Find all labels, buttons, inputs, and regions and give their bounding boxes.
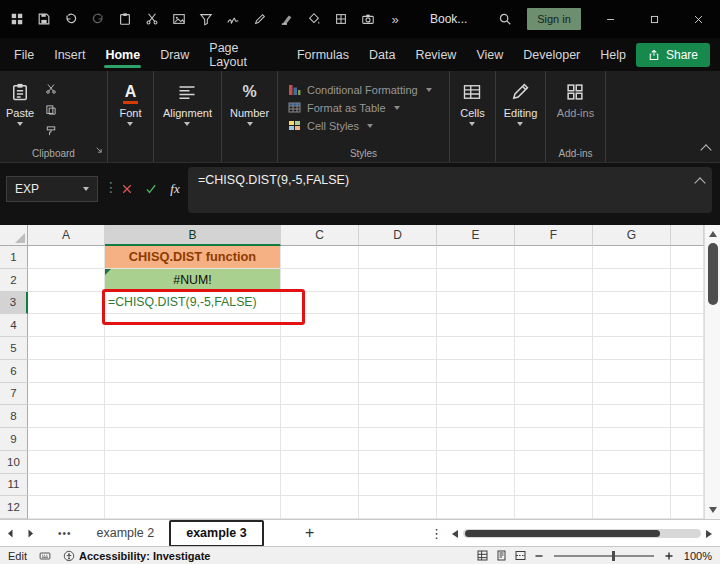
cell-E3[interactable] — [437, 292, 515, 315]
minimize-button[interactable] — [588, 0, 632, 38]
page-layout-view-icon[interactable] — [496, 550, 507, 561]
cell-A12[interactable] — [28, 496, 105, 519]
sheet-nav-left-arrow[interactable] — [0, 529, 20, 538]
enter-icon[interactable] — [141, 179, 161, 199]
draw-pen-icon[interactable] — [251, 10, 269, 28]
cell-A11[interactable] — [28, 474, 105, 497]
cell-B1[interactable]: CHISQ.DIST function — [105, 246, 281, 269]
tab-data[interactable]: Data — [359, 38, 405, 71]
sheet-nav-right-arrow[interactable] — [20, 529, 40, 538]
cell-C3[interactable] — [281, 292, 359, 315]
sheet-tab-example-3[interactable]: example 3 — [169, 520, 263, 547]
cell-A1[interactable] — [28, 246, 105, 269]
column-header-G[interactable]: G — [593, 225, 671, 246]
addins-button[interactable]: Add-ins — [551, 76, 600, 123]
editing-button[interactable]: Editing — [498, 76, 544, 130]
redo-icon[interactable] — [89, 10, 107, 28]
cell-G9[interactable] — [593, 428, 671, 451]
cell-partial-1[interactable] — [671, 246, 704, 269]
scroll-right-arrow[interactable] — [706, 530, 712, 538]
row-header-5[interactable]: 5 — [0, 337, 28, 360]
cell-D9[interactable] — [359, 428, 437, 451]
cell-D7[interactable] — [359, 383, 437, 406]
cell-G12[interactable] — [593, 496, 671, 519]
row-header-7[interactable]: 7 — [0, 383, 28, 406]
formula-bar-handle[interactable]: ⋮ — [104, 179, 118, 195]
cell-F4[interactable] — [515, 314, 593, 337]
cell-E9[interactable] — [437, 428, 515, 451]
search-icon[interactable] — [496, 10, 514, 28]
cell-G5[interactable] — [593, 337, 671, 360]
row-header-6[interactable]: 6 — [0, 360, 28, 383]
insert-function-icon[interactable]: fx — [165, 179, 185, 199]
cell-B10[interactable] — [105, 451, 281, 474]
cell-partial-7[interactable] — [671, 383, 704, 406]
cell-D1[interactable] — [359, 246, 437, 269]
collapse-ribbon-chevron[interactable] — [700, 144, 711, 155]
alignment-button[interactable]: Alignment — [157, 76, 218, 130]
cell-C1[interactable] — [281, 246, 359, 269]
cell-D6[interactable] — [359, 360, 437, 383]
cell-A6[interactable] — [28, 360, 105, 383]
column-header-C[interactable]: C — [281, 225, 359, 246]
column-header-D[interactable]: D — [359, 225, 437, 246]
cell-D10[interactable] — [359, 451, 437, 474]
cell-A4[interactable] — [28, 314, 105, 337]
cell-partial-10[interactable] — [671, 451, 704, 474]
cell-D3[interactable] — [359, 292, 437, 315]
cell-C10[interactable] — [281, 451, 359, 474]
tab-file[interactable]: File — [4, 38, 44, 71]
tabbar-kebab-menu[interactable]: ⋮ — [430, 526, 443, 541]
save-icon[interactable] — [35, 10, 53, 28]
cell-partial-11[interactable] — [671, 474, 704, 497]
scroll-left-arrow[interactable] — [452, 530, 458, 538]
row-header-3[interactable]: 3 — [0, 292, 28, 315]
fill-color-icon[interactable] — [305, 10, 323, 28]
cell-C12[interactable] — [281, 496, 359, 519]
cell-D11[interactable] — [359, 474, 437, 497]
tab-review[interactable]: Review — [405, 38, 466, 71]
cell-partial-3[interactable] — [671, 292, 704, 315]
cell-C6[interactable] — [281, 360, 359, 383]
cell-G2[interactable] — [593, 269, 671, 292]
cell-B6[interactable] — [105, 360, 281, 383]
cell-D4[interactable] — [359, 314, 437, 337]
format-painter-icon[interactable] — [42, 124, 60, 138]
clipboard-dialog-launcher[interactable] — [94, 140, 103, 158]
cell-D12[interactable] — [359, 496, 437, 519]
cell-C9[interactable] — [281, 428, 359, 451]
cell-E12[interactable] — [437, 496, 515, 519]
cell-C2[interactable] — [281, 269, 359, 292]
cell-A2[interactable] — [28, 269, 105, 292]
cell-C4[interactable] — [281, 314, 359, 337]
vertical-scrollbar[interactable] — [704, 225, 720, 519]
cell-B12[interactable] — [105, 496, 281, 519]
cell-E8[interactable] — [437, 405, 515, 428]
name-box[interactable]: EXP — [6, 176, 98, 202]
row-header-1[interactable]: 1 — [0, 246, 28, 269]
column-header-partial[interactable] — [671, 225, 704, 246]
cell-B8[interactable] — [105, 405, 281, 428]
tab-insert[interactable]: Insert — [44, 38, 95, 71]
paste-button[interactable]: Paste — [0, 76, 40, 130]
page-break-view-icon[interactable] — [515, 550, 526, 561]
borders-icon[interactable] — [332, 10, 350, 28]
font-button[interactable]: A Font — [113, 76, 147, 130]
keyboard-icon[interactable] — [39, 550, 51, 562]
row-header-11[interactable]: 11 — [0, 474, 28, 497]
cell-D2[interactable] — [359, 269, 437, 292]
column-header-F[interactable]: F — [515, 225, 593, 246]
select-all-corner[interactable] — [0, 225, 28, 246]
cell-B5[interactable] — [105, 337, 281, 360]
excel-app-icon[interactable] — [8, 10, 26, 28]
cell-F7[interactable] — [515, 383, 593, 406]
cell-G10[interactable] — [593, 451, 671, 474]
sign-in-button[interactable]: Sign in — [527, 8, 581, 30]
cut-small-icon[interactable] — [42, 82, 60, 96]
sheet-tab-example-2[interactable]: example 2 — [82, 520, 170, 547]
cell-C5[interactable] — [281, 337, 359, 360]
cell-A7[interactable] — [28, 383, 105, 406]
cell-F6[interactable] — [515, 360, 593, 383]
cell-C7[interactable] — [281, 383, 359, 406]
maximize-button[interactable] — [632, 0, 676, 38]
